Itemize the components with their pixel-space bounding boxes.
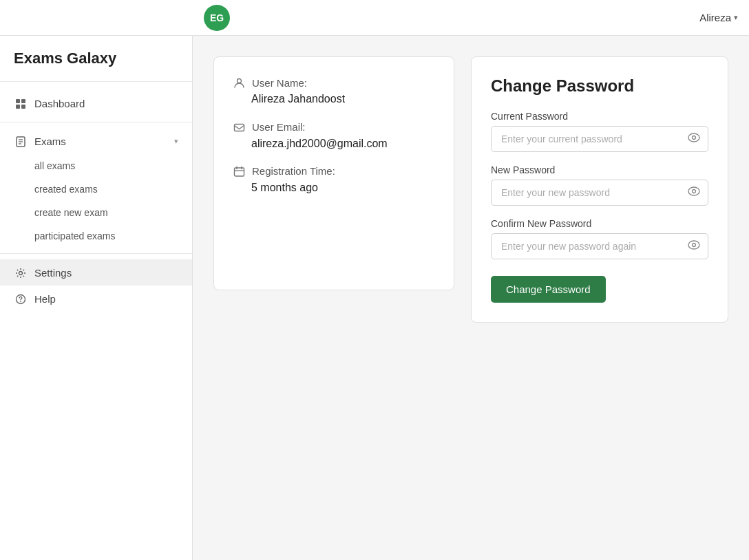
- new-password-wrapper: [491, 180, 708, 206]
- user-menu[interactable]: Alireza ▾: [699, 12, 738, 23]
- sidebar-item-participated-exams[interactable]: participated exams: [0, 224, 192, 248]
- dashboard-icon: [14, 97, 28, 109]
- svg-point-8: [19, 271, 23, 274]
- sidebar-dashboard-label: Dashboard: [34, 98, 85, 109]
- exams-icon: [14, 135, 28, 147]
- sidebar-exams-label: Exams: [34, 136, 66, 147]
- chevron-down-icon: ▾: [734, 13, 738, 22]
- sidebar-help-label: Help: [34, 293, 56, 305]
- svg-point-19: [688, 187, 699, 195]
- confirm-password-label: Confirm New Password: [491, 218, 708, 229]
- username-label: User Name:: [252, 77, 307, 89]
- eye-icon-new[interactable]: [688, 186, 700, 199]
- sidebar-item-all-exams[interactable]: all exams: [0, 154, 192, 177]
- change-password-button[interactable]: Change Password: [491, 276, 606, 303]
- svg-point-10: [20, 301, 21, 302]
- email-field: User Email: alireza.jhd2000@gmail.com: [233, 120, 434, 149]
- email-icon: [233, 120, 245, 133]
- topnav: EG Alireza ▾: [0, 0, 749, 36]
- sidebar-item-created-exams[interactable]: created exams: [0, 177, 192, 201]
- sidebar-item-help[interactable]: Help: [0, 286, 192, 312]
- change-password-title: Change Password: [491, 76, 708, 96]
- sidebar-settings-label: Settings: [34, 267, 72, 279]
- sidebar-item-create-new-exam[interactable]: create new exam: [0, 201, 192, 224]
- registration-label: Registration Time:: [252, 165, 335, 177]
- nav-divider: [0, 122, 192, 122]
- current-password-label: Current Password: [491, 111, 708, 122]
- create-new-exam-label: create new exam: [34, 207, 108, 218]
- calendar-icon: [233, 165, 245, 177]
- participated-exams-label: participated exams: [34, 230, 116, 241]
- sidebar: Exams Galaxy Dashboard: [0, 36, 193, 560]
- new-password-input[interactable]: [491, 180, 708, 206]
- svg-point-18: [693, 136, 696, 140]
- user-name: Alireza: [699, 12, 731, 23]
- new-password-group: New Password: [491, 164, 708, 206]
- app-title: Exams Galaxy: [0, 50, 192, 82]
- new-password-label: New Password: [491, 164, 708, 175]
- username-field: User Name: Alireza Jahandoost: [233, 76, 434, 105]
- confirm-password-input[interactable]: [491, 233, 708, 259]
- sidebar-item-dashboard[interactable]: Dashboard: [0, 90, 192, 116]
- svg-rect-0: [16, 99, 20, 103]
- confirm-password-wrapper: [491, 233, 708, 259]
- svg-point-22: [693, 244, 696, 247]
- current-password-wrapper: [491, 126, 708, 152]
- svg-point-17: [688, 133, 699, 142]
- sidebar-nav: Dashboard Exams ▾ all exams: [0, 82, 192, 546]
- sidebar-item-settings[interactable]: Settings: [0, 259, 192, 286]
- svg-point-21: [688, 241, 699, 249]
- registration-field: Registration Time: 5 months ago: [233, 165, 434, 194]
- user-icon: [233, 76, 245, 89]
- svg-point-11: [238, 79, 242, 83]
- registration-value: 5 months ago: [233, 182, 434, 194]
- svg-rect-13: [235, 168, 244, 176]
- svg-rect-1: [21, 99, 25, 103]
- eye-icon[interactable]: [688, 133, 700, 145]
- layout: Exams Galaxy Dashboard: [0, 36, 749, 560]
- current-password-input[interactable]: [491, 126, 708, 152]
- app-logo: EG: [204, 5, 230, 31]
- svg-point-20: [693, 190, 696, 193]
- chevron-down-icon: ▾: [174, 137, 178, 146]
- change-password-card: Change Password Current Password: [471, 56, 728, 323]
- email-label: User Email:: [252, 121, 306, 133]
- settings-icon: [14, 266, 28, 279]
- email-value: alireza.jhd2000@gmail.com: [233, 138, 434, 150]
- current-password-group: Current Password: [491, 111, 708, 152]
- all-exams-label: all exams: [34, 160, 75, 171]
- confirm-password-group: Confirm New Password: [491, 218, 708, 259]
- eye-icon-confirm[interactable]: [688, 240, 700, 252]
- cards-row: User Name: Alireza Jahandoost User Email…: [213, 56, 728, 323]
- svg-rect-2: [16, 105, 20, 109]
- created-exams-label: created exams: [34, 184, 98, 195]
- username-value: Alireza Jahandoost: [233, 93, 434, 105]
- sidebar-item-exams[interactable]: Exams ▾: [0, 128, 192, 154]
- svg-rect-12: [235, 124, 244, 131]
- profile-card: User Name: Alireza Jahandoost User Email…: [213, 56, 454, 290]
- help-icon: [14, 292, 28, 305]
- nav-divider-2: [0, 253, 192, 254]
- svg-rect-3: [21, 105, 25, 109]
- main-content: User Name: Alireza Jahandoost User Email…: [193, 36, 749, 560]
